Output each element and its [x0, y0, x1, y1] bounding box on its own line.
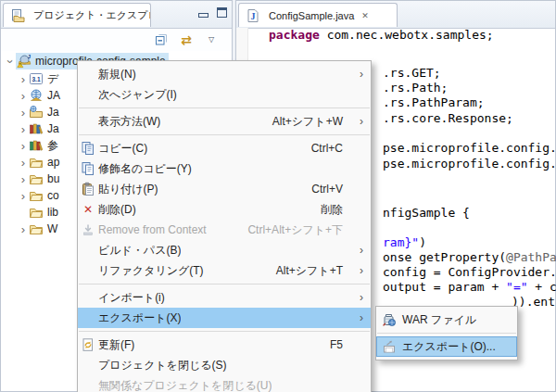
tab-project-explorer[interactable]: プロジェクト・エクスプローラー ✕	[3, 3, 151, 27]
menu-item-import[interactable]: インポート(i) ›	[78, 287, 371, 308]
chevron-right-icon[interactable]: ›	[18, 223, 29, 235]
remove-context-icon	[78, 222, 98, 237]
eclipse-window: J ConfigSample.java ✕ package com.nec.we…	[0, 0, 556, 392]
menu-item-build-path[interactable]: ビルド・パス(B) ›	[78, 240, 371, 260]
folder-icon	[29, 205, 44, 220]
java-resources-icon	[29, 105, 44, 120]
menu-item-copy[interactable]: コピー(C) Ctrl+C	[78, 138, 371, 158]
menu-item-close-unrelated-projects[interactable]: 無関係なプロジェクトを閉じる(U)	[78, 375, 371, 392]
menu-item-close-project[interactable]: プロジェクトを閉じる(S)	[78, 355, 371, 375]
tree-item-label: co	[47, 189, 59, 202]
tree-item-label: 参	[47, 138, 58, 154]
explorer-tabbar: プロジェクト・エクスプローラー ✕	[1, 1, 232, 29]
collapse-all-icon[interactable]	[154, 32, 169, 47]
close-icon[interactable]: ✕	[361, 11, 369, 20]
paste-icon	[78, 182, 98, 196]
menu-item-refresh[interactable]: 更新(F) F5	[78, 335, 371, 355]
folder-icon	[29, 188, 44, 203]
menu-item-copy-qualified-name[interactable]: 修飾名のコピー(Y)	[78, 158, 371, 179]
export-submenu: WAR ファイル エクスポート(O)...	[375, 306, 518, 360]
svg-text:3.1: 3.1	[32, 76, 40, 82]
minimize-icon[interactable]	[198, 13, 208, 18]
menu-item-remove-from-context[interactable]: Remove from Context Ctrl+Alt+シフト+下	[78, 220, 371, 240]
editor-tabbar: J ConfigSample.java ✕	[236, 1, 555, 29]
submenu-item-label: WAR ファイル	[402, 312, 476, 328]
svg-text:!: !	[19, 63, 20, 68]
folder-icon	[29, 171, 44, 186]
menu-separator	[79, 331, 370, 332]
java-file-icon: J	[246, 8, 260, 23]
export-icon	[376, 339, 402, 354]
submenu-arrow-icon: ›	[352, 244, 363, 257]
submenu-arrow-icon: ›	[352, 264, 363, 277]
menu-item-refactor[interactable]: リファクタリング(T) Alt+シフト+T ›	[78, 260, 371, 281]
editor-tab-label: ConfigSample.java	[269, 10, 354, 21]
link-with-editor-icon[interactable]: ⇄	[179, 32, 194, 47]
qualified-copy-icon	[78, 161, 98, 176]
menu-item-paste[interactable]: 貼り付け(P) Ctrl+V	[78, 179, 371, 199]
svg-text:J: J	[251, 11, 256, 21]
library-books-icon	[29, 138, 44, 153]
submenu-item-export[interactable]: エクスポート(O)...	[376, 336, 517, 357]
chevron-right-icon[interactable]: ›	[18, 123, 29, 135]
tab-configsample-java[interactable]: J ConfigSample.java ✕	[238, 3, 398, 27]
menu-separator	[79, 107, 370, 108]
menu-item-show-in[interactable]: 表示方法(W) Alt+シフト+W ›	[78, 111, 371, 132]
web-project-icon: J!	[17, 54, 32, 69]
menu-item-export[interactable]: エクスポート(X) ›	[78, 308, 371, 328]
submenu-arrow-icon: ›	[352, 68, 363, 81]
folder-icon	[29, 221, 44, 236]
menu-separator	[79, 284, 370, 285]
context-menu: 新規(N) › 次へジャンプ(I) 表示方法(W) Alt+シフト+W › コピ…	[77, 60, 372, 392]
tree-item-label: デ	[47, 71, 58, 87]
menu-item-delete[interactable]: ✕ 削除(D) 削除	[78, 199, 371, 220]
explorer-tab-label: プロジェクト・エクスプローラー	[33, 8, 151, 22]
explorer-toolbar: ⇄ ▽	[1, 29, 232, 51]
tree-item-label: W	[47, 222, 57, 235]
web-services-icon	[29, 88, 44, 103]
menu-item-go-into[interactable]: 次へジャンプ(I)	[78, 84, 371, 105]
submenu-arrow-icon: ›	[352, 291, 363, 304]
delete-icon: ✕	[78, 203, 98, 216]
deployment-descriptor-icon: 3.1	[29, 71, 44, 86]
submenu-arrow-icon: ›	[352, 311, 363, 324]
maximize-icon[interactable]	[217, 7, 227, 18]
chevron-right-icon[interactable]: ›	[18, 157, 29, 169]
menu-item-new[interactable]: 新規(N) ›	[78, 64, 371, 84]
submenu-item-label: エクスポート(O)...	[402, 339, 496, 355]
menu-separator	[79, 134, 370, 135]
chevron-right-icon[interactable]: ›	[18, 107, 29, 119]
chevron-right-icon[interactable]: ›	[18, 90, 29, 102]
submenu-arrow-icon: ›	[352, 115, 363, 128]
tree-item-label: lib	[47, 206, 58, 219]
chevron-right-icon[interactable]: ›	[18, 190, 29, 202]
tree-item-label: bu	[47, 172, 59, 185]
war-file-icon	[376, 312, 402, 327]
menu-separator	[377, 333, 516, 334]
chevron-down-icon[interactable]: ›	[5, 56, 17, 67]
chevron-right-icon[interactable]: ›	[18, 173, 29, 185]
library-books-icon	[29, 121, 44, 136]
tree-item-label: ap	[47, 156, 59, 169]
tree-item-label: Ja	[47, 122, 59, 135]
copy-icon	[78, 141, 98, 156]
view-menu-icon[interactable]: ▽	[204, 32, 219, 47]
tree-item-label: JA	[47, 89, 60, 102]
svg-text:J: J	[28, 54, 31, 59]
submenu-item-war-file[interactable]: WAR ファイル	[376, 310, 517, 330]
chevron-right-icon[interactable]: ›	[18, 140, 29, 152]
folder-icon	[29, 155, 44, 170]
refresh-icon	[78, 337, 98, 352]
project-explorer-icon	[10, 8, 25, 23]
chevron-right-icon[interactable]: ›	[18, 73, 29, 85]
tree-item-label: Ja	[47, 106, 59, 119]
